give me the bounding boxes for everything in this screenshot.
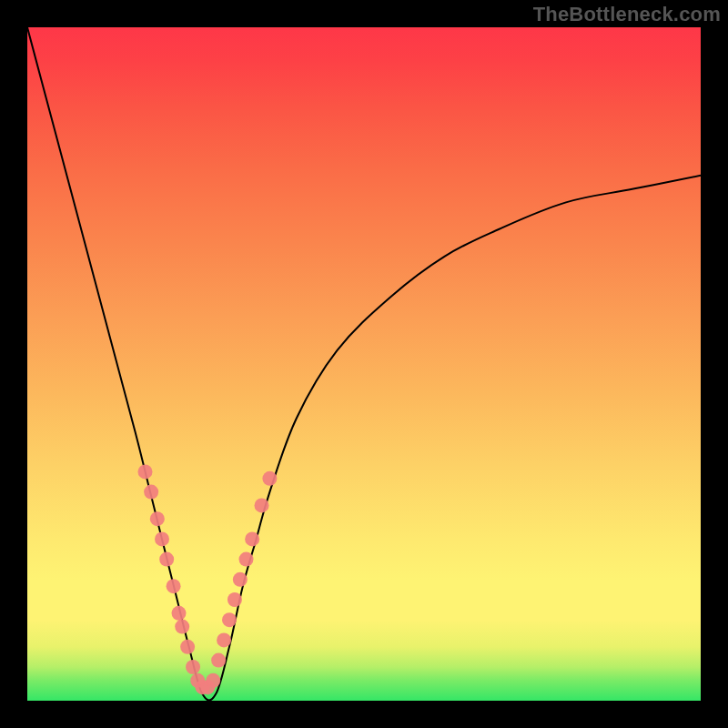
bottleneck-curve — [27, 27, 701, 701]
data-marker — [262, 471, 277, 486]
data-marker — [255, 498, 269, 512]
data-marker — [180, 640, 195, 654]
data-marker — [186, 660, 200, 674]
plot-area — [27, 27, 701, 701]
data-marker — [172, 606, 187, 621]
watermark-text: TheBottleneck.com — [533, 3, 721, 26]
chart-frame: TheBottleneck.com — [0, 0, 728, 728]
data-marker — [175, 620, 189, 634]
data-marker — [233, 572, 248, 587]
data-marker — [239, 552, 254, 567]
data-marker — [150, 511, 165, 526]
data-marker — [159, 552, 174, 567]
data-marker — [217, 632, 231, 647]
data-marker — [228, 592, 242, 607]
data-marker — [245, 531, 259, 546]
curve-layer — [27, 27, 701, 701]
data-marker — [167, 579, 181, 593]
data-marker — [144, 485, 158, 500]
data-marker — [211, 653, 226, 668]
data-marker — [206, 673, 220, 688]
data-marker — [138, 464, 153, 479]
data-marker — [155, 531, 169, 546]
data-marker — [222, 612, 237, 627]
